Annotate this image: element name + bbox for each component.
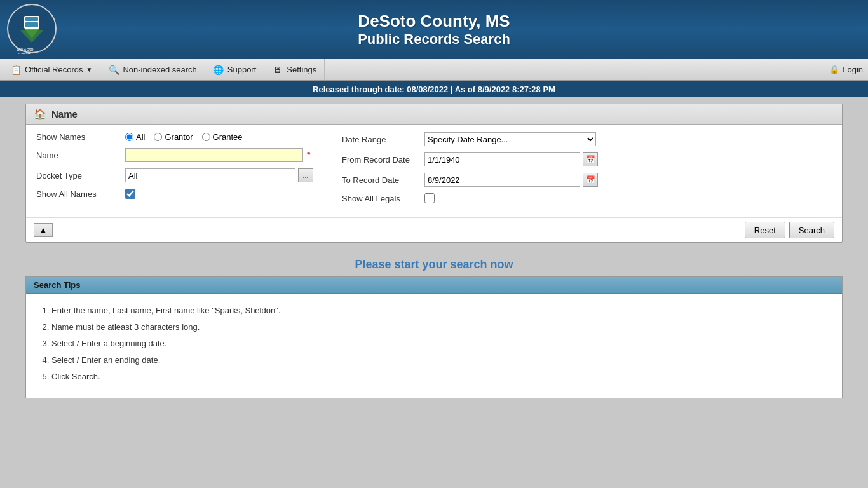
name-control-wrap: * bbox=[125, 148, 310, 162]
tip-3: Select / Enter a beginning date. bbox=[51, 336, 829, 352]
nav-official-records[interactable]: 📋 Official Records ▼ bbox=[3, 59, 100, 80]
page-header: DeSoto County DeSoto County, MS Public R… bbox=[0, 0, 868, 59]
radio-all-text: All bbox=[136, 132, 145, 142]
from-date-calendar-button[interactable]: 📅 bbox=[583, 152, 598, 166]
settings-icon: 🖥 bbox=[272, 64, 283, 76]
radio-grantor-label[interactable]: Grantor bbox=[154, 132, 193, 142]
date-range-label: Date Range bbox=[342, 135, 424, 144]
start-search-message: Please start your search now bbox=[25, 249, 843, 276]
nav-non-indexed-search[interactable]: 🔍 Non-indexed search bbox=[100, 59, 205, 80]
name-row: Name * bbox=[36, 148, 316, 162]
form-body: Show Names All Grantor bbox=[26, 125, 842, 217]
show-all-names-checkbox[interactable] bbox=[125, 189, 135, 199]
search-tips-header: Search Tips bbox=[26, 277, 842, 294]
official-records-icon: 📋 bbox=[10, 64, 22, 76]
nav-support[interactable]: 🌐 Support bbox=[205, 59, 265, 80]
to-record-date-input[interactable] bbox=[424, 173, 580, 187]
tip-1: Enter the name, Last name, First name li… bbox=[51, 302, 829, 319]
search-tips-panel: Search Tips Enter the name, Last name, F… bbox=[25, 276, 843, 398]
logo: DeSoto County bbox=[6, 3, 57, 54]
start-search-text: Please start your search now bbox=[355, 258, 513, 271]
header-title-line2: Public Records Search bbox=[358, 31, 510, 48]
radio-group: All Grantor Grantee bbox=[125, 132, 243, 142]
form-left: Show Names All Grantor bbox=[36, 132, 329, 210]
name-panel-icon: 🏠 bbox=[34, 108, 46, 120]
collapse-button[interactable]: ▲ bbox=[34, 223, 53, 237]
date-range-select[interactable]: Specify Date Range... All Dates Today La… bbox=[424, 132, 596, 146]
search-panel: 🏠 Name Show Names All bbox=[25, 104, 843, 243]
header-text: DeSoto County, MS Public Records Search bbox=[358, 11, 510, 48]
svg-text:County: County bbox=[18, 52, 33, 54]
nav-login-label: Login bbox=[843, 65, 863, 74]
show-all-legals-label: Show All Legals bbox=[342, 194, 424, 203]
nav-official-records-label: Official Records bbox=[25, 65, 83, 74]
date-range-row: Date Range Specify Date Range... All Dat… bbox=[342, 132, 832, 146]
from-record-date-label: From Record Date bbox=[342, 155, 424, 165]
svg-rect-2 bbox=[25, 17, 38, 21]
non-indexed-search-icon: 🔍 bbox=[108, 64, 119, 76]
radio-grantee-label[interactable]: Grantee bbox=[202, 132, 243, 142]
release-bar: Released through date: 08/08/2022 | As o… bbox=[0, 81, 868, 97]
show-all-names-label: Show All Names bbox=[36, 189, 125, 199]
nav-login[interactable]: 🔒 Login bbox=[829, 65, 863, 74]
svg-rect-3 bbox=[25, 22, 38, 27]
panel-title: Name bbox=[51, 109, 78, 119]
form-two-col: Show Names All Grantor bbox=[36, 132, 832, 210]
nav-settings[interactable]: 🖥 Settings bbox=[264, 59, 325, 80]
docket-type-input[interactable] bbox=[125, 168, 295, 182]
action-row: ▲ Reset Search bbox=[26, 217, 842, 242]
radio-all[interactable] bbox=[125, 133, 133, 141]
radio-grantor[interactable] bbox=[154, 133, 162, 141]
show-all-legals-checkbox[interactable] bbox=[424, 193, 435, 203]
docket-type-row: Docket Type ... bbox=[36, 168, 316, 182]
show-all-legals-row: Show All Legals bbox=[342, 193, 832, 203]
from-date-wrap: 📅 bbox=[424, 152, 598, 166]
show-names-row: Show Names All Grantor bbox=[36, 132, 316, 142]
docket-type-browse-button[interactable]: ... bbox=[298, 168, 313, 182]
to-date-calendar-button[interactable]: 📅 bbox=[583, 173, 598, 187]
panel-header: 🏠 Name bbox=[26, 104, 842, 125]
radio-grantee-text: Grantee bbox=[213, 132, 243, 142]
collapse-icon: ▲ bbox=[39, 226, 47, 234]
tip-5: Click Search. bbox=[51, 369, 829, 385]
nav-support-label: Support bbox=[227, 65, 257, 74]
tip-4: Select / Enter an ending date. bbox=[51, 352, 829, 369]
from-record-date-row: From Record Date 📅 bbox=[342, 152, 832, 166]
radio-grantor-text: Grantor bbox=[165, 132, 193, 142]
reset-button[interactable]: Reset bbox=[745, 222, 785, 238]
show-all-names-row: Show All Names bbox=[36, 189, 316, 199]
chevron-down-icon: ▼ bbox=[86, 66, 93, 73]
radio-grantee[interactable] bbox=[202, 133, 210, 141]
search-button[interactable]: Search bbox=[789, 222, 834, 238]
docket-type-wrap: ... bbox=[125, 168, 313, 182]
nav-non-indexed-label: Non-indexed search bbox=[123, 65, 196, 74]
header-title-line1: DeSoto County, MS bbox=[358, 11, 510, 31]
release-bar-text: Released through date: 08/08/2022 | As o… bbox=[313, 85, 555, 94]
name-label: Name bbox=[36, 151, 125, 160]
from-record-date-input[interactable] bbox=[424, 152, 580, 166]
tip-2: Name must be atleast 3 characters long. bbox=[51, 319, 829, 336]
support-icon: 🌐 bbox=[213, 64, 224, 76]
main-content: 🏠 Name Show Names All bbox=[0, 97, 868, 478]
form-right: Date Range Specify Date Range... All Dat… bbox=[329, 132, 832, 210]
lock-icon: 🔒 bbox=[829, 65, 839, 74]
search-tips-body: Enter the name, Last name, First name li… bbox=[26, 294, 842, 398]
to-record-date-row: To Record Date 📅 bbox=[342, 173, 832, 187]
search-tips-list: Enter the name, Last name, First name li… bbox=[51, 302, 829, 385]
navbar: 📋 Official Records ▼ 🔍 Non-indexed searc… bbox=[0, 59, 868, 81]
nav-settings-label: Settings bbox=[287, 65, 316, 74]
svg-text:DeSoto: DeSoto bbox=[17, 46, 34, 52]
to-date-wrap: 📅 bbox=[424, 173, 598, 187]
docket-type-label: Docket Type bbox=[36, 171, 125, 180]
radio-all-label[interactable]: All bbox=[125, 132, 145, 142]
required-star: * bbox=[307, 150, 310, 160]
name-input[interactable] bbox=[125, 148, 303, 162]
to-record-date-label: To Record Date bbox=[342, 175, 424, 185]
show-names-label: Show Names bbox=[36, 132, 125, 142]
